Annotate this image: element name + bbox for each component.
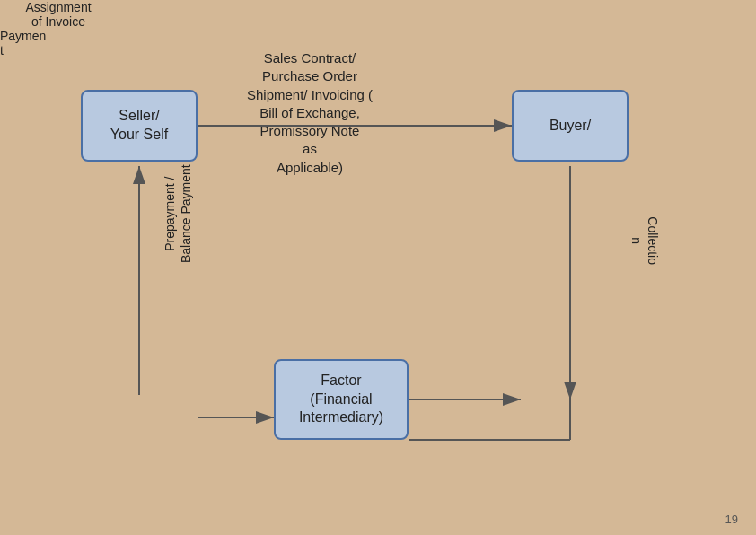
sales-contract-text: Sales Contract/ Purchase Order Shipment/… — [211, 49, 409, 177]
factor-box: Factor (Financial Intermediary) — [274, 359, 409, 440]
slide-container: Sales Contract/ Purchase Order Shipment/… — [0, 0, 756, 535]
assignment-label: Assignment of Invoice — [0, 0, 117, 29]
buyer-box: Buyer/ — [512, 90, 629, 162]
collection-label: Collectio n — [629, 187, 661, 294]
payment-label: Paymen t — [0, 29, 72, 57]
page-number: 19 — [725, 513, 738, 526]
prepayment-label: Prepayment / Balance Payment — [162, 142, 194, 285]
